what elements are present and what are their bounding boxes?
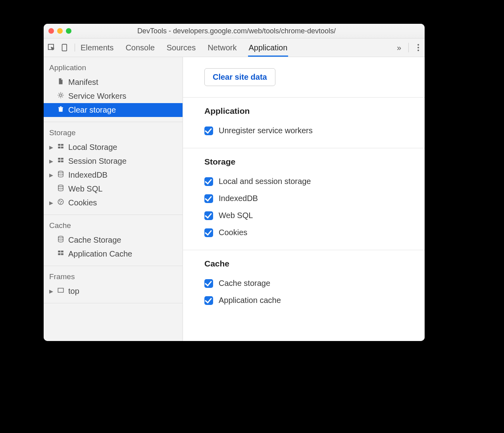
sidebar-item-top[interactable]: ▶top <box>44 284 183 298</box>
close-window-icon[interactable] <box>48 28 54 34</box>
tab-network[interactable]: Network <box>208 40 237 56</box>
minimize-window-icon[interactable] <box>57 28 63 34</box>
sidebar-item-local-storage[interactable]: ▶Local Storage <box>44 140 183 154</box>
checkbox-label: Web SQL <box>219 211 253 220</box>
svg-rect-20 <box>58 251 60 253</box>
sidebar-item-clear-storage[interactable]: Clear storage <box>44 103 183 117</box>
sidebar-item-label: Cache Storage <box>68 236 121 245</box>
divider <box>408 43 409 52</box>
disclosure-triangle-icon[interactable]: ▶ <box>49 158 53 164</box>
svg-rect-9 <box>58 158 60 160</box>
checkbox[interactable] <box>204 211 213 220</box>
application-sidebar: ApplicationManifestService WorkersClear … <box>44 57 183 341</box>
db-icon <box>57 236 64 245</box>
devtools-window: DevTools - developers.google.com/web/too… <box>44 24 425 341</box>
checkbox-label: Cache storage <box>219 279 270 288</box>
svg-rect-8 <box>61 147 63 149</box>
checkbox[interactable] <box>204 177 213 186</box>
svg-rect-21 <box>61 251 63 253</box>
svg-rect-24 <box>58 288 63 293</box>
sidebar-item-session-storage[interactable]: ▶Session Storage <box>44 154 183 168</box>
sidebar-group-title: Storage <box>44 126 183 140</box>
checkbox-row: Local and session storage <box>204 173 425 190</box>
frame-icon <box>57 287 64 296</box>
sidebar-item-manifest[interactable]: Manifest <box>44 75 183 89</box>
sidebar-item-web-sql[interactable]: Web SQL <box>44 182 183 196</box>
svg-rect-3 <box>60 106 62 107</box>
sidebar-item-label: Application Cache <box>68 249 132 259</box>
disclosure-triangle-icon[interactable]: ▶ <box>49 172 53 178</box>
sidebar-item-label: top <box>68 287 79 296</box>
svg-point-19 <box>58 236 63 238</box>
checkbox-row: Web SQL <box>204 207 425 224</box>
checkbox-row: Unregister service workers <box>204 122 425 139</box>
db-icon <box>57 171 64 180</box>
sidebar-group-title: Application <box>44 61 183 75</box>
checkbox[interactable] <box>204 279 213 288</box>
gear-icon <box>57 92 64 101</box>
checkbox-label: Local and session storage <box>219 177 311 186</box>
clear-storage-pane: Clear site dataApplicationUnregister ser… <box>183 57 425 341</box>
grid-icon <box>57 157 64 166</box>
svg-rect-11 <box>58 161 60 163</box>
tab-application[interactable]: Application <box>249 40 288 56</box>
checkbox-label: Cookies <box>219 228 247 237</box>
trash-icon <box>57 105 64 115</box>
checkbox-row: IndexedDB <box>204 190 425 207</box>
sidebar-item-cookies[interactable]: ▶Cookies <box>44 196 183 210</box>
checkbox[interactable] <box>204 194 213 203</box>
sidebar-item-application-cache[interactable]: Application Cache <box>44 247 183 261</box>
svg-point-16 <box>60 201 60 201</box>
section-heading: Cache <box>204 259 425 268</box>
window-title: DevTools - developers.google.com/web/too… <box>75 27 420 35</box>
checkbox-row: Cookies <box>204 224 425 241</box>
checkbox[interactable] <box>204 228 213 237</box>
disclosure-triangle-icon[interactable]: ▶ <box>49 288 53 294</box>
tab-elements[interactable]: Elements <box>81 40 113 56</box>
svg-rect-23 <box>61 253 63 255</box>
svg-rect-4 <box>58 107 63 108</box>
checkbox-row: Cache storage <box>204 275 425 292</box>
svg-rect-22 <box>58 253 60 255</box>
tab-sources[interactable]: Sources <box>167 40 196 56</box>
cookie-icon <box>57 198 64 207</box>
section-heading: Application <box>204 106 425 116</box>
svg-point-2 <box>60 94 62 96</box>
sidebar-item-service-workers[interactable]: Service Workers <box>44 89 183 103</box>
svg-point-13 <box>58 171 63 173</box>
device-toolbar-icon[interactable] <box>61 44 69 52</box>
svg-point-14 <box>58 185 63 187</box>
sidebar-item-label: Cookies <box>68 198 97 207</box>
checkbox[interactable] <box>204 126 213 135</box>
sidebar-item-label: Session Storage <box>68 157 127 166</box>
more-tabs-icon[interactable]: » <box>397 43 401 52</box>
section-cache: CacheCache storageApplication cache <box>183 250 425 318</box>
checkbox-row: Application cache <box>204 292 425 309</box>
sidebar-item-label: Service Workers <box>68 92 126 101</box>
titlebar: DevTools - developers.google.com/web/too… <box>44 24 425 38</box>
svg-rect-1 <box>62 44 67 51</box>
svg-rect-7 <box>58 147 60 149</box>
sidebar-item-label: Clear storage <box>68 105 116 115</box>
maximize-window-icon[interactable] <box>66 28 71 34</box>
svg-point-18 <box>60 203 61 203</box>
svg-rect-10 <box>61 158 63 160</box>
svg-rect-6 <box>61 144 63 146</box>
checkbox-label: IndexedDB <box>219 194 258 203</box>
inspect-element-icon[interactable] <box>48 44 56 52</box>
checkbox[interactable] <box>204 296 213 305</box>
disclosure-triangle-icon[interactable]: ▶ <box>49 200 53 206</box>
settings-menu-icon[interactable] <box>416 42 421 53</box>
section-heading: Storage <box>204 157 425 167</box>
svg-point-17 <box>61 201 62 202</box>
disclosure-triangle-icon[interactable]: ▶ <box>49 144 53 150</box>
tab-console[interactable]: Console <box>125 40 154 56</box>
sidebar-item-label: Local Storage <box>68 143 117 152</box>
sidebar-item-label: IndexedDB <box>68 171 108 180</box>
sidebar-item-indexeddb[interactable]: ▶IndexedDB <box>44 168 183 182</box>
sidebar-item-label: Manifest <box>68 78 98 87</box>
svg-rect-5 <box>58 144 60 146</box>
checkbox-label: Application cache <box>219 296 281 305</box>
clear-site-data-button[interactable]: Clear site data <box>204 68 275 86</box>
sidebar-item-cache-storage[interactable]: Cache Storage <box>44 233 183 247</box>
